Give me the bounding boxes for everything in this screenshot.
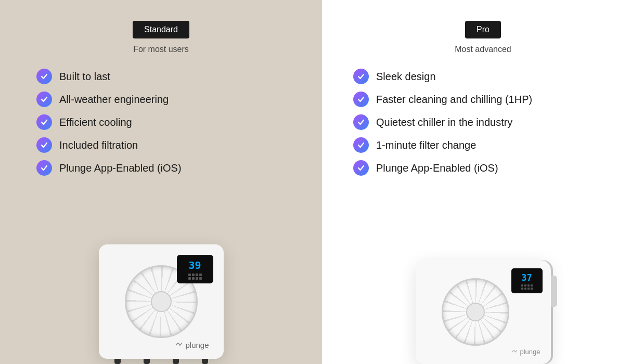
display-dots <box>188 274 202 280</box>
pro-plunge-logo: plunge <box>512 348 540 356</box>
dot <box>524 284 526 287</box>
standard-product-image: 39 plunge <box>0 208 322 364</box>
pro-fan-grille <box>442 278 509 346</box>
pro-chiller-body: 37 plunge <box>416 260 551 364</box>
dot <box>199 277 202 280</box>
check-icon <box>36 160 52 176</box>
dot <box>527 284 530 287</box>
check-icon <box>36 137 52 153</box>
pro-fan-center <box>466 303 485 321</box>
pro-display-number: 37 <box>521 272 532 283</box>
standard-subtitle: For most users <box>133 45 189 54</box>
dot <box>527 288 530 290</box>
dot <box>524 288 526 290</box>
standard-chiller: 39 plunge <box>99 244 224 364</box>
dot <box>188 274 191 276</box>
dot <box>531 284 533 287</box>
display-number: 39 <box>188 259 201 271</box>
list-item: Plunge App-Enabled (iOS) <box>353 160 551 176</box>
list-item: 1-minute filter change <box>353 137 551 153</box>
plunge-logo: plunge <box>176 341 209 349</box>
foot <box>173 359 179 364</box>
dot <box>192 277 195 280</box>
dot <box>192 274 195 276</box>
right-panel: Pro Most advanced Sleek design Faster cl… <box>322 0 644 364</box>
pro-badge: Pro <box>465 21 501 38</box>
pro-subtitle: Most advanced <box>455 45 511 54</box>
dot <box>199 274 202 276</box>
check-icon <box>353 160 369 176</box>
list-item: All-weather engineering <box>36 92 234 107</box>
dot <box>521 284 523 287</box>
dot <box>521 288 523 290</box>
chiller-body: 39 plunge <box>99 244 224 359</box>
check-icon <box>353 114 369 130</box>
chiller-feet <box>99 359 224 364</box>
pro-product-image: 37 plunge <box>322 208 644 364</box>
fan-center <box>151 291 172 312</box>
pro-display-dots <box>521 284 533 290</box>
pro-display-panel: 37 <box>511 268 543 293</box>
list-item: Faster cleaning and chilling (1HP) <box>353 92 551 107</box>
pro-features-list: Sleek design Faster cleaning and chillin… <box>353 69 551 183</box>
foot <box>144 359 150 364</box>
left-panel: Standard For most users Built to last Al… <box>0 0 322 364</box>
list-item: Plunge App-Enabled (iOS) <box>36 160 234 176</box>
check-icon <box>353 137 369 153</box>
list-item: Quietest chiller in the industry <box>353 114 551 130</box>
check-icon <box>36 92 52 107</box>
dot <box>196 274 198 276</box>
check-icon <box>36 114 52 130</box>
dot <box>188 277 191 280</box>
check-icon <box>353 92 369 107</box>
dot <box>196 277 198 280</box>
check-icon <box>353 69 369 84</box>
list-item: Sleek design <box>353 69 551 84</box>
list-item: Built to last <box>36 69 234 84</box>
standard-features-list: Built to last All-weather engineering Ef… <box>36 69 234 183</box>
display-panel: 39 <box>177 255 213 283</box>
foot <box>114 359 121 364</box>
check-icon <box>36 69 52 84</box>
dot <box>531 288 533 290</box>
pro-chiller: 37 plunge <box>416 260 551 364</box>
standard-badge: Standard <box>133 21 189 38</box>
foot <box>202 359 208 364</box>
list-item: Efficient cooling <box>36 114 234 130</box>
list-item: Included filtration <box>36 137 234 153</box>
